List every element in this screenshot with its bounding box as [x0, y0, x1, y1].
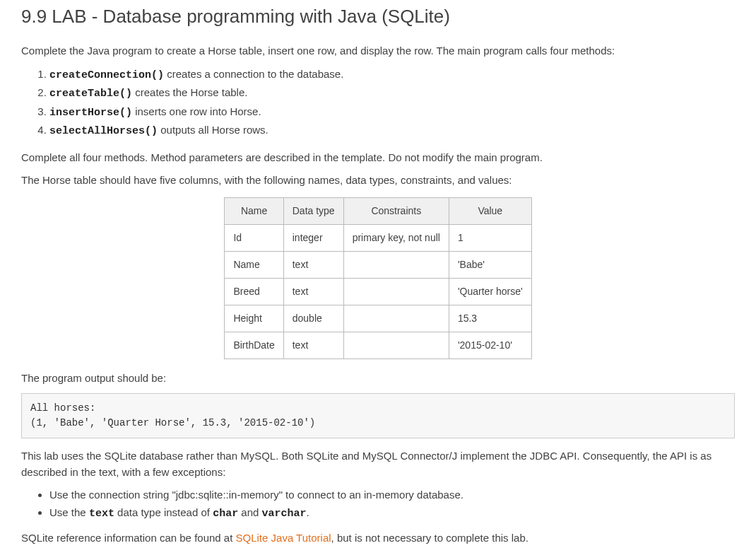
table-cell: 'Babe': [449, 251, 531, 278]
table-cell: text: [283, 278, 343, 305]
note-text: and: [238, 506, 261, 518]
intro-paragraph: Complete the Java program to create a Ho…: [21, 43, 735, 59]
method-code: createConnection(): [49, 69, 164, 81]
method-text: creates the Horse table.: [132, 86, 247, 98]
text: , but is not necessary to complete this …: [331, 532, 528, 544]
table-cell: double: [283, 305, 343, 332]
table-cell: primary key, not null: [343, 224, 449, 251]
output-block: All horses: (1, 'Babe', 'Quarter Horse',…: [21, 393, 735, 438]
notes-list: Use the connection string "jdbc:sqlite::…: [21, 487, 735, 522]
text: SQLite reference information can be foun…: [21, 532, 236, 544]
inline-code: varchar: [262, 508, 307, 520]
table-cell: [343, 278, 449, 305]
table-row: Id integer primary key, not null 1: [225, 224, 531, 251]
table-cell: BirthDate: [225, 332, 283, 358]
list-item: insertHorse() inserts one row into Horse…: [49, 104, 735, 122]
table-header-row: Name Data type Constraints Value: [225, 197, 531, 224]
table-cell: Breed: [225, 278, 283, 305]
paragraph: Complete all four methods. Method parame…: [21, 150, 735, 166]
method-text: inserts one row into Horse.: [132, 105, 261, 117]
table-cell: Height: [225, 305, 283, 332]
horse-table: Name Data type Constraints Value Id inte…: [224, 197, 531, 359]
note-text: data type instead of: [114, 506, 213, 518]
table-cell: integer: [283, 224, 343, 251]
paragraph: The Horse table should have five columns…: [21, 173, 735, 189]
table-cell: text: [283, 332, 343, 358]
list-item: Use the text data type instead of char a…: [49, 505, 735, 523]
table-cell: 15.3: [449, 305, 531, 332]
table-header: Constraints: [343, 197, 449, 224]
sqlite-tutorial-link[interactable]: SQLite Java Tutorial: [236, 532, 331, 544]
paragraph: SQLite reference information can be foun…: [21, 530, 735, 547]
paragraph: The program output should be:: [21, 371, 735, 387]
list-item: selectAllHorses() outputs all Horse rows…: [49, 122, 735, 140]
table-header: Data type: [283, 197, 343, 224]
table-cell: Id: [225, 224, 283, 251]
table-cell: Name: [225, 251, 283, 278]
method-code: selectAllHorses(): [49, 125, 158, 137]
table-cell: '2015-02-10': [449, 332, 531, 358]
list-item: createTable() creates the Horse table.: [49, 85, 735, 103]
list-item: createConnection() creates a connection …: [49, 66, 735, 84]
table-cell: [343, 305, 449, 332]
table-cell: [343, 332, 449, 358]
methods-list: createConnection() creates a connection …: [21, 66, 735, 140]
inline-code: text: [89, 508, 114, 520]
table-cell: 'Quarter horse': [449, 278, 531, 305]
method-text: creates a connection to the database.: [164, 68, 343, 80]
table-cell: text: [283, 251, 343, 278]
table-header: Value: [449, 197, 531, 224]
table-cell: [343, 251, 449, 278]
page-title: 9.9 LAB - Database programming with Java…: [21, 0, 735, 30]
method-code: insertHorse(): [49, 107, 132, 119]
table-row: Name text 'Babe': [225, 251, 531, 278]
table-header: Name: [225, 197, 283, 224]
note-text: Use the: [49, 506, 89, 518]
table-cell: 1: [449, 224, 531, 251]
list-item: Use the connection string "jdbc:sqlite::…: [49, 487, 735, 503]
note-text: .: [307, 506, 309, 518]
table-row: BirthDate text '2015-02-10': [225, 332, 531, 358]
note-text: Use the connection string "jdbc:sqlite::…: [49, 489, 463, 501]
table-row: Height double 15.3: [225, 305, 531, 332]
method-text: outputs all Horse rows.: [158, 124, 268, 136]
method-code: createTable(): [49, 88, 132, 100]
table-row: Breed text 'Quarter horse': [225, 278, 531, 305]
paragraph: This lab uses the SQLite database rather…: [21, 448, 735, 480]
inline-code: char: [213, 508, 238, 520]
